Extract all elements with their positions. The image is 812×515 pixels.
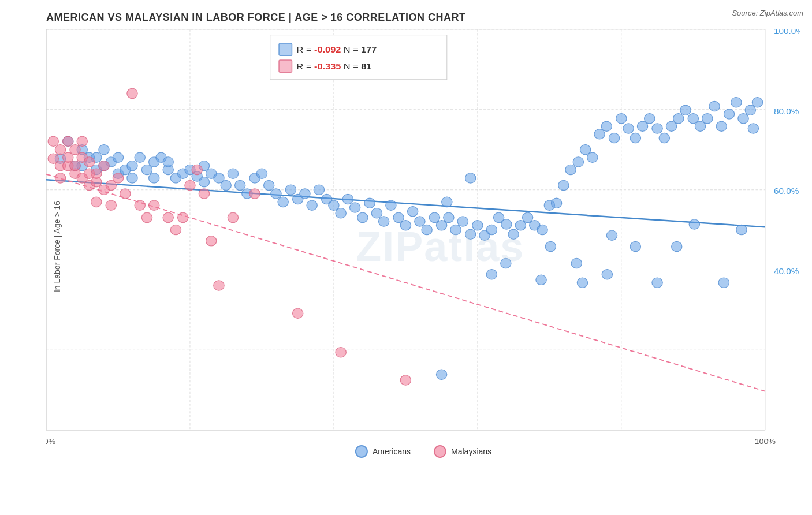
svg-point-180 <box>149 200 159 210</box>
svg-point-146 <box>672 241 682 251</box>
svg-text:100.0%: 100.0% <box>774 29 800 36</box>
svg-point-176 <box>127 88 137 98</box>
svg-point-63 <box>256 169 267 178</box>
svg-point-150 <box>748 124 758 133</box>
legend: Americans Malaysians <box>355 445 491 458</box>
svg-point-49 <box>163 157 173 167</box>
svg-point-79 <box>371 208 382 218</box>
svg-point-186 <box>199 189 209 199</box>
svg-point-78 <box>364 198 375 208</box>
svg-point-91 <box>457 217 468 226</box>
svg-point-143 <box>536 275 546 285</box>
svg-point-188 <box>214 281 224 290</box>
svg-point-112 <box>609 133 619 143</box>
svg-point-71 <box>314 185 324 195</box>
malaysians-legend-label: Malaysians <box>451 447 491 456</box>
svg-point-141 <box>442 197 452 207</box>
svg-point-174 <box>106 200 116 210</box>
svg-point-161 <box>70 161 80 171</box>
svg-point-70 <box>307 200 317 210</box>
svg-point-90 <box>450 225 461 234</box>
svg-point-132 <box>752 98 762 107</box>
svg-point-148 <box>718 278 729 288</box>
svg-point-137 <box>545 241 556 251</box>
svg-point-114 <box>623 124 634 133</box>
svg-point-69 <box>300 189 310 199</box>
svg-point-183 <box>178 212 188 222</box>
chart-area: In Labor Force | Age > 16 ZIPatlas <box>46 29 800 464</box>
svg-point-106 <box>565 165 576 174</box>
americans-legend-swatch <box>355 445 368 458</box>
svg-point-59 <box>228 169 238 178</box>
svg-point-125 <box>702 114 713 124</box>
chart-container: AMERICAN VS MALAYSIAN IN LABOR FORCE | A… <box>0 0 812 515</box>
svg-point-145 <box>606 230 617 240</box>
svg-point-130 <box>738 114 748 124</box>
svg-point-164 <box>77 136 87 146</box>
svg-point-189 <box>228 212 238 222</box>
svg-text:R = -0.092   N = 177: R = -0.092 N = 177 <box>297 45 377 55</box>
svg-point-181 <box>163 212 173 222</box>
svg-point-109 <box>587 152 598 162</box>
svg-point-35 <box>99 145 109 155</box>
svg-point-184 <box>185 180 195 190</box>
svg-point-85 <box>415 217 425 226</box>
svg-point-93 <box>472 221 483 230</box>
svg-point-104 <box>551 198 561 208</box>
svg-point-182 <box>170 225 181 234</box>
svg-point-64 <box>263 180 274 190</box>
source-label: Source: ZipAtlas.com <box>732 9 803 17</box>
svg-point-74 <box>336 208 346 218</box>
svg-point-118 <box>652 124 662 133</box>
svg-point-190 <box>249 189 260 199</box>
svg-point-152 <box>48 136 58 146</box>
svg-text:60.0%: 60.0% <box>774 187 799 196</box>
svg-point-175 <box>113 173 123 183</box>
svg-rect-21 <box>279 43 292 55</box>
svg-point-95 <box>486 225 497 234</box>
svg-point-117 <box>645 114 655 124</box>
americans-legend-label: Americans <box>373 447 411 456</box>
svg-point-113 <box>616 114 627 124</box>
svg-point-66 <box>278 197 288 207</box>
svg-point-86 <box>422 225 432 234</box>
svg-point-81 <box>386 200 396 210</box>
svg-point-134 <box>652 278 662 288</box>
svg-point-97 <box>501 219 512 229</box>
legend-item-malaysians: Malaysians <box>434 445 491 458</box>
svg-point-155 <box>55 173 65 183</box>
svg-point-43 <box>135 152 145 162</box>
svg-text:80.0%: 80.0% <box>774 107 799 116</box>
svg-point-41 <box>127 161 137 171</box>
svg-point-46 <box>149 173 159 183</box>
y-axis-label: In Labor Force | Age > 16 <box>53 201 62 292</box>
svg-point-147 <box>689 219 699 229</box>
svg-rect-20 <box>270 35 447 80</box>
svg-point-129 <box>731 98 742 107</box>
svg-point-149 <box>736 225 747 234</box>
svg-point-178 <box>135 200 145 210</box>
svg-point-92 <box>465 229 475 239</box>
svg-point-187 <box>206 236 217 246</box>
svg-point-122 <box>680 105 691 115</box>
svg-point-185 <box>192 165 202 174</box>
svg-point-84 <box>407 207 418 217</box>
svg-point-58 <box>221 180 231 190</box>
svg-point-89 <box>444 212 454 222</box>
svg-point-107 <box>573 157 583 167</box>
chart-title: AMERICAN VS MALAYSIAN IN LABOR FORCE | A… <box>46 12 800 24</box>
svg-point-105 <box>558 180 569 190</box>
svg-text:R = -0.335   N = 81: R = -0.335 N = 81 <box>297 62 372 72</box>
svg-point-136 <box>501 258 511 268</box>
svg-point-144 <box>577 278 587 288</box>
svg-point-127 <box>716 121 727 131</box>
svg-point-98 <box>508 229 519 239</box>
svg-point-121 <box>673 114 684 124</box>
svg-point-75 <box>342 194 353 204</box>
svg-point-166 <box>84 157 94 167</box>
svg-point-126 <box>709 101 720 111</box>
svg-point-67 <box>285 185 296 195</box>
svg-point-65 <box>271 189 281 199</box>
legend-item-americans: Americans <box>355 445 411 458</box>
svg-rect-23 <box>279 60 292 72</box>
